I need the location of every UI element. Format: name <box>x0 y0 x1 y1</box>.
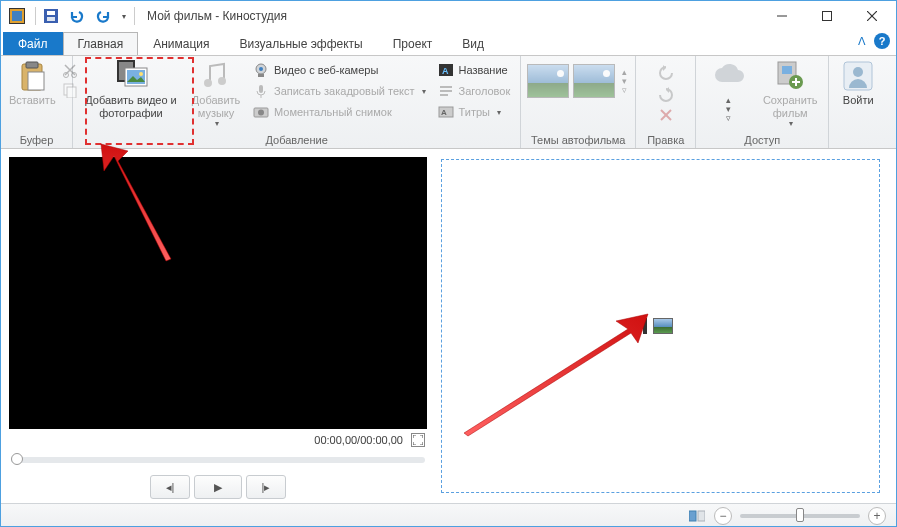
svg-rect-7 <box>822 12 831 21</box>
fullscreen-icon[interactable] <box>411 433 425 447</box>
play-button[interactable]: ▶ <box>194 475 242 499</box>
group-signin: Войти <box>829 56 887 148</box>
paste-button[interactable]: Вставить <box>7 58 58 107</box>
drop-hint <box>643 318 679 334</box>
video-preview[interactable] <box>9 157 427 429</box>
svg-point-22 <box>204 79 212 87</box>
minimize-button[interactable] <box>759 2 804 31</box>
svg-point-25 <box>259 67 263 71</box>
svg-rect-16 <box>67 87 76 98</box>
svg-rect-46 <box>698 511 705 521</box>
tab-view[interactable]: Вид <box>447 32 499 55</box>
svg-rect-5 <box>47 17 55 21</box>
seek-thumb[interactable] <box>11 453 23 465</box>
heading-icon <box>438 83 454 99</box>
tab-home[interactable]: Главная <box>63 32 139 55</box>
preview-pane: 00:00,00/00:00,00 ◂| ▶ |▸ <box>1 149 431 503</box>
chevron-down-icon: ▾ <box>215 119 219 128</box>
svg-text:A: A <box>442 66 449 76</box>
maximize-button[interactable] <box>804 2 849 31</box>
user-icon <box>842 60 874 92</box>
heading-button[interactable]: Заголовок <box>434 81 515 101</box>
svg-rect-26 <box>258 74 264 77</box>
chevron-down-icon: ▾ <box>497 108 501 117</box>
add-media-button[interactable]: Добавить видео и фотографии <box>79 58 183 119</box>
redo-button[interactable] <box>92 5 114 27</box>
webcam-button[interactable]: Видео с веб-камеры <box>249 60 430 80</box>
time-display: 00:00,00/00:00,00 <box>314 434 403 446</box>
cloud-button[interactable]: ▴▾▿ <box>702 58 754 123</box>
collapse-ribbon-icon[interactable]: ᐱ <box>858 35 866 48</box>
zoom-out-button[interactable]: − <box>714 507 732 525</box>
group-add-label: Добавление <box>79 134 514 148</box>
title-button[interactable]: A Название <box>434 60 515 80</box>
tab-project[interactable]: Проект <box>378 32 448 55</box>
ribbon: Вставить Буфер Добавить видео и фотограф… <box>1 55 896 149</box>
tab-animation[interactable]: Анимация <box>138 32 224 55</box>
signin-label: Войти <box>843 94 874 107</box>
window-title: Мой фильм - Киностудия <box>147 9 759 23</box>
gallery-more[interactable]: ▴▾▿ <box>619 68 629 95</box>
cut-icon[interactable] <box>62 62 78 78</box>
paste-icon <box>16 60 48 92</box>
ribbon-tabs: Файл Главная Анимация Визуальные эффекты… <box>1 31 896 55</box>
add-media-icon <box>115 60 147 92</box>
delete-icon[interactable] <box>659 108 673 122</box>
svg-point-23 <box>218 77 226 85</box>
group-add: Добавить видео и фотографии Добавить муз… <box>73 56 521 148</box>
timeline-pane <box>431 149 896 503</box>
status-bar: − + <box>1 503 896 527</box>
captions-label: Титры <box>459 106 490 118</box>
tab-vfx[interactable]: Визуальные эффекты <box>225 32 378 55</box>
save-movie-button[interactable]: Сохранить фильм ▾ <box>758 58 822 128</box>
svg-rect-45 <box>689 511 696 521</box>
help-icon[interactable]: ? <box>874 33 890 49</box>
group-share-label: Доступ <box>702 134 822 148</box>
photo-icon <box>653 318 673 334</box>
save-movie-icon <box>774 60 806 92</box>
save-button[interactable] <box>40 5 62 27</box>
prev-frame-button[interactable]: ◂| <box>150 475 190 499</box>
snapshot-button[interactable]: Моментальный снимок <box>249 102 430 122</box>
next-frame-button[interactable]: |▸ <box>246 475 286 499</box>
svg-rect-4 <box>47 11 55 15</box>
timeline-dropzone[interactable] <box>441 159 880 493</box>
microphone-icon <box>253 83 269 99</box>
theme-thumb[interactable] <box>527 64 569 98</box>
gallery-more[interactable]: ▴▾▿ <box>723 96 733 123</box>
group-clipboard-label: Буфер <box>7 134 66 148</box>
tab-file[interactable]: Файл <box>3 32 63 55</box>
add-music-button[interactable]: Добавить музыку ▾ <box>187 58 245 128</box>
music-icon <box>200 60 232 92</box>
group-share: ▴▾▿ Сохранить фильм ▾ Доступ <box>696 56 829 148</box>
voiceover-label: Записать закадровый текст <box>274 85 415 97</box>
voiceover-button[interactable]: Записать закадровый текст ▾ <box>249 81 430 101</box>
theme-gallery[interactable]: ▴▾▿ <box>527 64 629 98</box>
svg-point-30 <box>258 110 264 116</box>
group-edit: Правка <box>636 56 696 148</box>
save-movie-label: Сохранить фильм <box>760 94 820 119</box>
theme-thumb[interactable] <box>573 64 615 98</box>
zoom-in-button[interactable]: + <box>868 507 886 525</box>
window-controls <box>759 2 894 31</box>
playback-controls: ◂| ▶ |▸ <box>9 475 427 499</box>
captions-icon: A <box>438 104 454 120</box>
copy-icon[interactable] <box>62 82 78 98</box>
seek-bar[interactable] <box>11 457 425 463</box>
zoom-slider[interactable] <box>740 514 860 518</box>
filmstrip-icon <box>643 318 647 334</box>
view-toggle-icon[interactable] <box>688 507 706 525</box>
undo-button[interactable] <box>66 5 88 27</box>
webcam-icon <box>253 62 269 78</box>
signin-button[interactable]: Войти <box>835 58 881 107</box>
close-button[interactable] <box>849 2 894 31</box>
zoom-thumb[interactable] <box>796 508 804 522</box>
title-icon: A <box>438 62 454 78</box>
rotate-right-icon[interactable] <box>657 86 675 102</box>
qat-customize[interactable]: ▾ <box>118 5 130 27</box>
svg-text:A: A <box>441 108 447 117</box>
captions-button[interactable]: A Титры ▾ <box>434 102 515 122</box>
rotate-left-icon[interactable] <box>657 64 675 80</box>
add-media-label: Добавить видео и фотографии <box>81 94 181 119</box>
app-icon <box>9 8 25 24</box>
